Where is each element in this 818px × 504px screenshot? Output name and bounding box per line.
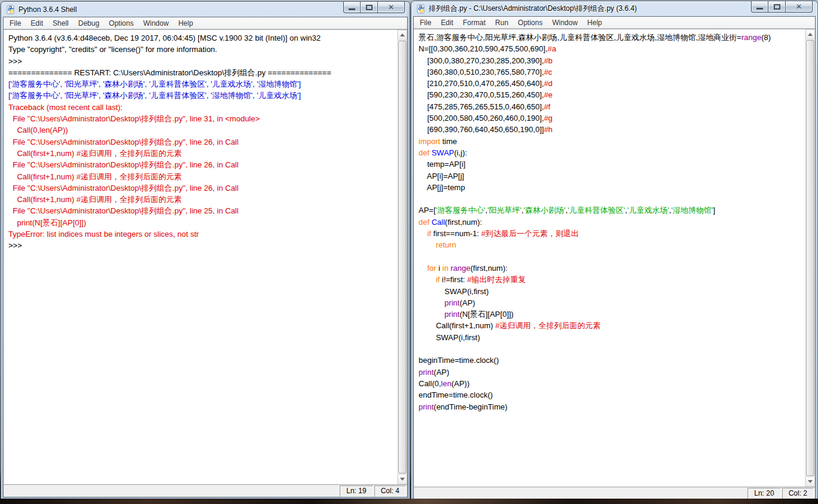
menu-item-options[interactable]: Options [104, 18, 138, 29]
scroll-down-button[interactable] [398, 474, 407, 484]
arrow-down-icon [808, 480, 813, 483]
minimize-icon [756, 8, 763, 10]
code-line: [590,230,230,470,0,515,260,450],#e [419, 89, 804, 100]
line-indicator: Ln: 19 [340, 485, 373, 497]
code-line: Call(first+1,num) #递归调用，全排列后面的元素 [8, 148, 396, 159]
editor-window-title: 排列组合.py - C:\Users\Administrator\Desktop… [429, 4, 637, 14]
code-line: endTime=time.clock() [419, 389, 804, 401]
menu-item-shell[interactable]: Shell [48, 18, 74, 29]
menu-item-format[interactable]: Format [458, 17, 490, 28]
editor-titlebar[interactable]: 排列组合.py - C:\Users\Administrator\Desktop… [411, 1, 817, 16]
code-line: def SWAP(i,j): [419, 147, 804, 158]
scroll-track[interactable] [805, 39, 815, 476]
scroll-up-button[interactable] [805, 29, 815, 39]
shell-content-row: Python 3.6.4 (v3.6.4:d48eceb, Dec 19 201… [4, 29, 407, 484]
menu-item-run[interactable]: Run [490, 17, 513, 28]
code-line: Traceback (most recent call last): [8, 102, 396, 113]
menu-item-help[interactable]: Help [582, 17, 607, 28]
idle-file-icon [416, 4, 426, 14]
scroll-up-button[interactable] [398, 30, 407, 40]
code-line: Call(0,len(AP)) [8, 124, 396, 136]
code-line: if first==num-1: #到达最后一个元素，则退出 [419, 228, 804, 239]
code-line [419, 343, 804, 355]
scroll-thumb[interactable] [806, 40, 814, 476]
editor-content-row: 景石,游客服务中心,阳光草坪,森林小剧场,儿童科普体验区,儿童戏水场,湿地博物馆… [414, 29, 815, 487]
column-indicator: Col: 4 [374, 485, 406, 497]
scroll-thumb[interactable] [398, 41, 407, 474]
code-line: [500,200,580,450,260,460,0,190],#g [419, 112, 804, 124]
code-line: Type "copyright", "credits" or "license(… [8, 44, 396, 55]
line-indicator: Ln: 20 [747, 488, 780, 499]
code-line: TypeError: list indices must be integers… [8, 228, 396, 240]
code-line: File "C:\Users\Administrator\Desktop\排列组… [8, 205, 396, 216]
scroll-down-button[interactable] [805, 476, 815, 487]
close-button[interactable]: ✕ [786, 1, 813, 13]
code-line: >>> [8, 56, 396, 67]
code-line: 景石,游客服务中心,阳光草坪,森林小剧场,儿童科普体验区,儿童戏水场,湿地博物馆… [419, 32, 804, 43]
menu-item-edit[interactable]: Edit [436, 17, 458, 28]
menu-item-help[interactable]: Help [173, 18, 198, 29]
code-line: Call(first+1,num) #递归调用，全排列后面的元素 [8, 194, 396, 205]
code-line: temp=AP[i] [419, 158, 804, 170]
idle-app-icon [6, 5, 16, 14]
maximize-icon [774, 4, 780, 10]
shell-window-controls: ✕ [343, 2, 405, 13]
code-line: [690,390,760,640,450,650,190,0]]#h [419, 124, 804, 135]
editor-scrollbar [805, 29, 815, 487]
code-line: print(AP) [419, 297, 804, 308]
arrow-up-icon [400, 33, 405, 36]
code-line: N=[[0,300,360,210,590,475,500,690],#a [419, 43, 804, 54]
minimize-button[interactable] [343, 2, 361, 13]
code-line: print(AP) [419, 366, 804, 378]
menu-item-window[interactable]: Window [547, 17, 582, 28]
code-line: File "C:\Users\Administrator\Desktop\排列组… [8, 182, 396, 194]
code-line: [475,285,765,265,515,0,460,650],#f [419, 101, 804, 112]
minimize-button[interactable] [751, 1, 768, 13]
code-line: [360,380,0,510,230,765,580,770],#c [419, 66, 804, 78]
editor-text-area[interactable]: 景石,游客服务中心,阳光草坪,森林小剧场,儿童科普体验区,儿童戏水场,湿地博物馆… [414, 29, 805, 487]
code-line: import time [419, 136, 804, 147]
code-line: print(N[景石][AP[0]]) [419, 308, 804, 320]
code-line: SWAP(i,first) [419, 286, 804, 297]
maximize-icon [366, 5, 373, 10]
code-line: print(endTime-beginTime) [419, 401, 804, 413]
code-line: def Call(first,num): [419, 216, 804, 228]
editor-menubar: FileEditFormatRunOptionsWindowHelp [414, 17, 815, 29]
code-line [419, 193, 804, 204]
desktop-background-strip [0, 499, 818, 504]
shell-text-area[interactable]: Python 3.6.4 (v3.6.4:d48eceb, Dec 19 201… [4, 30, 397, 484]
code-line [419, 251, 804, 262]
editor-client-area: FileEditFormatRunOptionsWindowHelp 景石,游客… [413, 16, 816, 500]
shell-client-area: FileEditShellDebugOptionsWindowHelp Pyth… [3, 17, 408, 497]
column-indicator: Col: 2 [782, 488, 814, 499]
scroll-track[interactable] [398, 40, 407, 474]
menu-item-file[interactable]: File [415, 17, 436, 28]
menu-item-window[interactable]: Window [138, 18, 173, 29]
editor-window-controls: ✕ [751, 1, 813, 13]
shell-scrollbar [397, 30, 407, 484]
shell-statusbar: Ln: 19 Col: 4 [4, 484, 407, 497]
code-line: print(N[景石][AP[0]]) [8, 217, 396, 228]
code-line: ['游客服务中心', '阳光草坪', '森林小剧场', '儿童科普体验区', '… [8, 78, 396, 90]
code-line: beginTime=time.clock() [419, 355, 804, 366]
maximize-button[interactable] [768, 1, 786, 13]
menu-item-file[interactable]: File [5, 18, 26, 29]
menu-item-edit[interactable]: Edit [26, 18, 48, 29]
code-line: AP[i]=AP[j] [419, 170, 804, 182]
arrow-down-icon [400, 478, 405, 481]
maximize-button[interactable] [361, 2, 378, 13]
code-line: ['游客服务中心', '阳光草坪', '森林小剧场', '儿童科普体验区', '… [8, 90, 396, 101]
code-line: File "C:\Users\Administrator\Desktop\排列组… [8, 113, 396, 124]
code-line: SWAP(i,first) [419, 332, 804, 343]
close-button[interactable]: ✕ [378, 2, 405, 13]
shell-titlebar[interactable]: Python 3.6.4 Shell ✕ [1, 2, 410, 17]
menu-item-debug[interactable]: Debug [74, 18, 104, 29]
menu-item-options[interactable]: Options [513, 17, 547, 28]
code-line: AP=['游客服务中心','阳光草坪','森林小剧场','儿童科普体验区','儿… [419, 204, 804, 216]
close-icon: ✕ [388, 4, 394, 11]
shell-window-title: Python 3.6.4 Shell [19, 5, 77, 14]
shell-window: Python 3.6.4 Shell ✕ FileEditShellDebugO… [1, 1, 410, 500]
code-line: [300,0,380,270,230,285,200,390],#b [419, 55, 804, 66]
shell-menubar: FileEditShellDebugOptionsWindowHelp [4, 17, 407, 29]
code-line: Python 3.6.4 (v3.6.4:d48eceb, Dec 19 201… [8, 32, 396, 44]
